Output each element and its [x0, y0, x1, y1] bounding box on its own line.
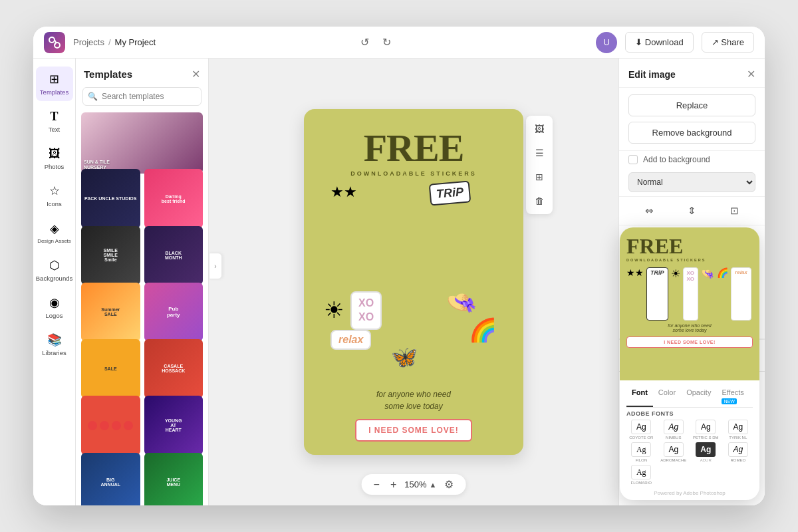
preview-new-badge: NEW	[722, 398, 736, 404]
blend-mode-select[interactable]: Normal Multiply Screen	[628, 172, 755, 192]
template-label-6: SummerSALE	[101, 307, 120, 317]
preview-font-2[interactable]: Ag NIMBUS	[659, 420, 689, 440]
sticker-star-1[interactable]: ★★	[331, 184, 357, 201]
canvas-tool-crop[interactable]: ⊞	[529, 166, 550, 188]
undo-redo-group: ↺ ↻	[356, 33, 395, 51]
preview-font-8[interactable]: Ag ROMEO	[724, 442, 753, 462]
templates-label: Templates	[40, 88, 68, 96]
preview-tab-font[interactable]: Font	[626, 386, 653, 407]
design-canvas[interactable]: FREE DOWNLOADABLE STICKERS ★★ TRiP ☀ XOX…	[304, 109, 523, 455]
preview-font-1[interactable]: Ag COYOTE OR	[626, 420, 656, 440]
download-button[interactable]: ⬇ Download	[625, 32, 693, 53]
preview-font-4[interactable]: Ag TYRIK NL	[724, 420, 753, 440]
canvas-tool-image[interactable]: 🖼	[529, 118, 550, 140]
preview-font-name-6: ADROMACHE	[660, 458, 686, 462]
preview-subtitle: DOWNLOADABLE STICKERS	[626, 258, 753, 262]
sticker-hat[interactable]: 👒	[445, 286, 479, 319]
template-thumb-4[interactable]: SMILESMILESmile	[81, 226, 140, 285]
sidebar-item-logos[interactable]: ◉ Logos	[36, 290, 73, 325]
sticker-trip[interactable]: TRiP	[429, 180, 471, 205]
panel-close-button[interactable]: ✕	[192, 68, 200, 80]
preview-font-7-selected[interactable]: Ag ADUR	[691, 442, 721, 462]
zoom-value: 150% ▲	[404, 479, 436, 489]
sticker-rainbow[interactable]: 🌈	[469, 317, 497, 343]
canvas-tool-delete[interactable]: 🗑	[529, 190, 550, 211]
panel-expander-button[interactable]: ›	[209, 253, 222, 279]
preview-trip: TRiP	[646, 267, 668, 321]
flip-v-button[interactable]: ⇕	[682, 202, 702, 219]
template-thumb-12[interactable]: BIGANNUAL	[81, 453, 140, 505]
template-thumb-9[interactable]: CASALEHOSSACK	[144, 339, 203, 398]
template-thumb-3[interactable]: Darlingbest friend	[144, 169, 203, 228]
template-thumb-8[interactable]: SALE	[81, 339, 140, 398]
sidebar-item-templates[interactable]: ⊞ Templates	[36, 66, 73, 101]
template-thumb-13[interactable]: JUICEMENU	[144, 453, 203, 505]
replace-button[interactable]: Replace	[628, 94, 755, 116]
zoom-up-icon[interactable]: ▲	[430, 481, 437, 489]
zoom-bar: − + 150% ▲ ⚙	[362, 474, 466, 495]
preview-rainbow: 🌈	[717, 267, 728, 321]
top-bar-center: ↺ ↻	[164, 33, 588, 51]
canvas-area: 🖼 ☰ ⊞ 🗑 FREE DOWNLOADABLE STICKERS ★★ TR…	[209, 59, 618, 505]
canvas-tool-layers[interactable]: ☰	[529, 142, 550, 164]
sticker-butterfly[interactable]: 🦋	[391, 344, 418, 370]
icons-icon: ☆	[49, 184, 60, 198]
preview-cta: I NEED SOME LOVE!	[626, 336, 753, 348]
template-thumb-2[interactable]: PACK UNCLE STUDIOS	[81, 169, 140, 228]
template-thumb-11[interactable]: YOUNGATHEART	[144, 396, 203, 455]
template-thumb-7[interactable]: Pubparty	[144, 283, 203, 342]
sidebar-item-design-assets[interactable]: ◈ Design Assets	[36, 215, 73, 250]
top-bar: Projects / My Project ↺ ↻ U ⬇ Download ↗…	[33, 27, 765, 59]
sticker-xoxo[interactable]: XOXO	[350, 291, 382, 330]
template-thumb-1[interactable]: SUN & TILENURSERY	[81, 112, 203, 174]
preview-font-9[interactable]: Ag FLOMARIO	[626, 465, 656, 485]
sticker-relax[interactable]: relax	[331, 330, 371, 350]
preview-sun: ☀	[671, 267, 680, 321]
preview-font-5[interactable]: Ag FILON	[626, 442, 656, 462]
canvas-right-tools: 🖼 ☰ ⊞ 🗑	[526, 116, 553, 214]
template-thumb-5[interactable]: BLACKMONTH	[144, 226, 203, 285]
sidebar-item-photos[interactable]: 🖼 Photos	[36, 141, 73, 176]
sidebar-item-text[interactable]: T Text	[36, 104, 73, 138]
breadcrumb-separator: /	[108, 37, 111, 47]
projects-link[interactable]: Projects	[73, 37, 104, 47]
undo-button[interactable]: ↺	[356, 33, 373, 51]
rp-title: Edit image	[628, 69, 676, 80]
zoom-in-button[interactable]: +	[388, 479, 399, 491]
preview-relax: relax	[731, 267, 751, 321]
preview-font-preview-3: Ag	[696, 420, 716, 434]
logos-label: Logos	[46, 312, 63, 319]
template-thumb-10[interactable]	[81, 396, 140, 455]
preview-font-3[interactable]: Ag PETRIC S DM	[691, 420, 721, 440]
rp-close-button[interactable]: ✕	[747, 68, 755, 80]
redo-button[interactable]: ↻	[378, 33, 395, 51]
add-to-background-checkbox[interactable]	[628, 155, 638, 164]
preview-tab-opacity[interactable]: Opacity	[681, 386, 716, 407]
template-thumb-6[interactable]: SummerSALE	[81, 283, 140, 342]
zoom-settings-button[interactable]: ⚙	[442, 478, 456, 491]
flip-h-button[interactable]: ⇔	[640, 202, 659, 219]
template-label-4: SMILESMILESmile	[104, 248, 118, 262]
preview-font-preview-5: Ag	[631, 442, 651, 457]
preview-font-preview-8: Ag	[728, 442, 748, 457]
sidebar-item-backgrounds[interactable]: ⬡ Backgrounds	[36, 253, 73, 287]
canvas-subtitle: DOWNLOADABLE STICKERS	[350, 170, 477, 177]
preview-tab-color[interactable]: Color	[653, 386, 681, 407]
design-assets-label: Design Assets	[37, 238, 71, 244]
preview-font-6[interactable]: Ag ADROMACHE	[659, 442, 689, 462]
remove-bg-button[interactable]: Remove background	[628, 122, 755, 144]
template-label-7: Pubparty	[167, 306, 180, 318]
sidebar-item-libraries[interactable]: 📚 Libraries	[36, 327, 73, 362]
sidebar-item-icons[interactable]: ☆ Icons	[36, 178, 73, 213]
crop-button[interactable]: ⊡	[725, 202, 744, 219]
preview-tab-effects[interactable]: Effects NEW	[716, 386, 753, 407]
add-to-background-row: Add to background	[619, 151, 765, 168]
text-icon: T	[50, 110, 58, 124]
preview-tab-bar: Font Color Opacity Effects NEW	[626, 386, 753, 408]
app-logo[interactable]	[44, 32, 65, 53]
canvas-cta[interactable]: I NEED SOME LOVE!	[355, 419, 472, 442]
template-label-8: SALE	[104, 366, 117, 371]
zoom-out-button[interactable]: −	[371, 479, 382, 491]
search-input[interactable]	[82, 87, 201, 106]
share-button[interactable]: ↗ Share	[702, 32, 754, 53]
